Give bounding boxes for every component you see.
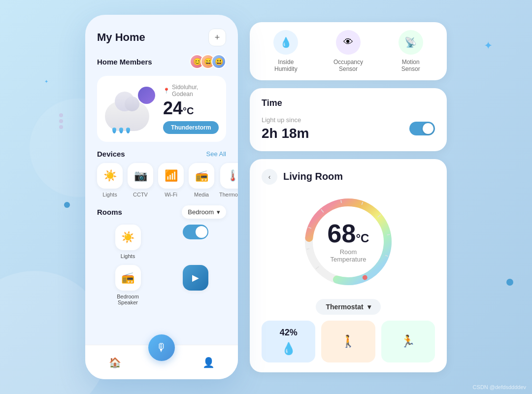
weather-info: 📍 Sidoluhur, Godean 24°C Thunderstorm [159, 84, 219, 134]
bottom-nav: 🏠 👤 🎙 [85, 345, 238, 379]
rooms-section-header: Rooms Bedroom ▾ [97, 205, 226, 219]
gauge-center: 68°C Room Temperature [324, 221, 373, 263]
devices-grid: ☀️ Lights 📷 CCTV 📶 Wi-Fi 📻 Media 🌡️ [97, 163, 226, 197]
rain-drops [112, 128, 130, 133]
play-button-device: ▶ [165, 265, 226, 305]
temperature-display: 24°C [163, 99, 219, 117]
weather-icon-area [105, 87, 159, 131]
lights-label: Lights [102, 192, 117, 197]
speaker-icon: 📻 [115, 265, 141, 291]
room-temperature-label: Room Temperature [324, 248, 373, 263]
time-card-title: Time [262, 98, 435, 108]
mic-button[interactable]: 🎙 [148, 334, 175, 361]
phone-header: My Home + [97, 29, 226, 46]
time-info: Light up since 2h 18m [262, 116, 309, 141]
time-toggle-knob [423, 123, 433, 134]
cloud-icon [105, 101, 149, 131]
avatar-3: 😃 [211, 54, 226, 69]
motion-sensor-label: MotionSensor [401, 59, 420, 72]
home-members-label: Home Members [97, 58, 152, 66]
room-lights-toggle [165, 225, 226, 259]
device-item-thermostat[interactable]: 🌡️ Thermostat [219, 163, 238, 197]
humidity-sensor-icon: 💧 [273, 30, 298, 55]
humidity-percentage: 42% [280, 328, 298, 338]
cctv-icon: 📷 [128, 163, 153, 189]
add-button[interactable]: + [208, 29, 226, 46]
devices-title: Devices [97, 150, 125, 158]
cctv-label: CCTV [133, 192, 148, 197]
rooms-dropdown[interactable]: Bedroom ▾ [182, 205, 226, 219]
location-text: Sidoluhur, Godean [172, 84, 219, 98]
lights-toggle-switch[interactable] [183, 225, 208, 239]
motion-sensor-card: 📡 MotionSensor [382, 30, 439, 72]
rooms-title: Rooms [97, 208, 122, 216]
thermostat-icon: 🌡️ [220, 163, 238, 189]
occupancy-sensor-label: OccupancySensor [333, 59, 363, 72]
toggle-knob [196, 226, 207, 238]
devices-section-header: Devices See All [97, 150, 226, 158]
profile-nav-icon[interactable]: 👤 [201, 355, 216, 370]
device-item-lights[interactable]: ☀️ Lights [97, 163, 123, 197]
room-lights-device-icon: ☀️ [115, 225, 141, 250]
app-container: My Home + Home Members 😊 😄 😃 [0, 0, 532, 394]
room-lights-icon: ☀️ Lights [97, 225, 159, 259]
time-value: 2h 18m [262, 126, 309, 141]
media-label: Media [194, 192, 209, 197]
device-item-wifi[interactable]: 📶 Wi-Fi [158, 163, 184, 197]
rooms-grid: ☀️ Lights 📻 BedroomSpeaker ▶ [97, 225, 226, 305]
weather-card: 📍 Sidoluhur, Godean 24°C Thunderstorm [97, 76, 226, 142]
member-avatars: 😊 😄 😃 [190, 54, 226, 69]
see-all-link[interactable]: See All [206, 150, 226, 158]
location-row: 📍 Sidoluhur, Godean [163, 84, 219, 98]
bottom-sensors: 42% 💧 🚶 🏃 [262, 321, 435, 362]
gauge-wrapper: 68°C Room Temperature [299, 193, 398, 291]
living-room-card: ‹ Living Room [250, 159, 447, 372]
lights-icon: ☀️ [97, 163, 123, 189]
time-toggle[interactable] [409, 122, 435, 135]
device-item-cctv[interactable]: 📷 CCTV [128, 163, 153, 197]
occupancy-bottom-icon: 🚶 [341, 334, 356, 348]
page-title: My Home [97, 31, 145, 44]
humidity-bottom-icon: 💧 [281, 342, 296, 356]
wifi-icon: 📶 [158, 163, 184, 189]
light-up-label: Light up since [262, 116, 309, 124]
home-nav-icon[interactable]: 🏠 [107, 355, 122, 370]
wifi-label: Wi-Fi [165, 192, 177, 197]
right-panel: 💧 InsideHumidity 👁 OccupancySensor 📡 Mot… [250, 22, 447, 372]
occupancy-bottom-card: 🚶 [321, 321, 375, 362]
device-item-media[interactable]: 📻 Media [189, 163, 214, 197]
phone-panel: My Home + Home Members 😊 😄 😃 [85, 15, 238, 379]
bedroom-speaker-device: 📻 BedroomSpeaker [97, 265, 159, 305]
speaker-label: BedroomSpeaker [117, 294, 139, 305]
motion-bottom-icon: 🏃 [400, 334, 415, 348]
temperature-gauge: 68°C Room Temperature [262, 193, 435, 291]
sensor-cards-row: 💧 InsideHumidity 👁 OccupancySensor 📡 Mot… [250, 22, 447, 80]
time-row: Light up since 2h 18m [262, 116, 435, 141]
location-pin-icon: 📍 [163, 88, 170, 94]
thermostat-label: Thermostat [219, 192, 238, 197]
room-lights-label: Lights [121, 253, 135, 259]
occupancy-sensor-card: 👁 OccupancySensor [320, 30, 377, 72]
media-icon: 📻 [189, 163, 214, 189]
occupancy-sensor-icon: 👁 [336, 30, 361, 55]
play-icon-box[interactable]: ▶ [183, 265, 208, 291]
inside-humidity-card: 💧 InsideHumidity [258, 30, 314, 72]
back-button[interactable]: ‹ [262, 169, 277, 185]
humidity-bottom-card: 42% 💧 [262, 321, 315, 362]
motion-bottom-card: 🏃 [381, 321, 435, 362]
home-members-section: Home Members 😊 😄 😃 [97, 54, 226, 69]
watermark: CSDN @defdsddddev [473, 384, 526, 390]
humidity-sensor-label: InsideHumidity [274, 59, 298, 72]
gauge-temperature: 68°C [324, 221, 373, 246]
time-card: Time Light up since 2h 18m [250, 88, 447, 151]
motion-sensor-icon: 📡 [399, 30, 423, 55]
moon-icon [138, 87, 155, 104]
living-room-title: Living Room [283, 171, 343, 182]
weather-condition-badge: Thunderstorm [163, 121, 219, 134]
